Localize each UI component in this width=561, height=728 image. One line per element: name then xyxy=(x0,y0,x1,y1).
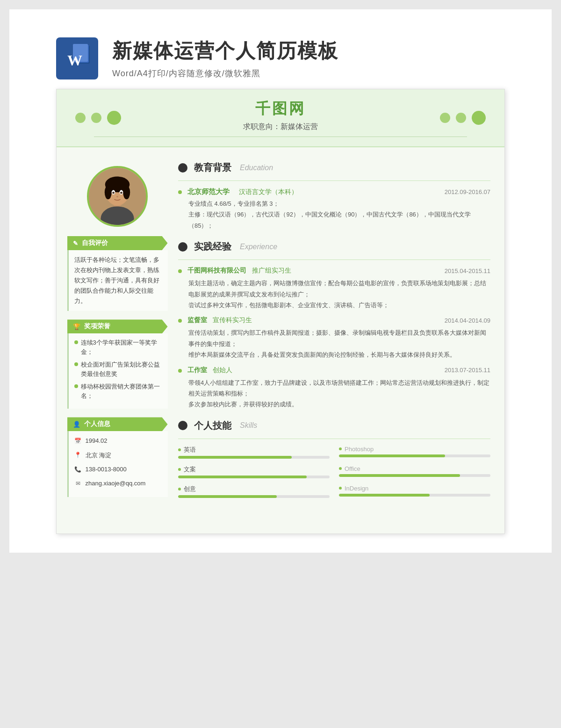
info-location: 📍 北京 海淀 xyxy=(74,450,162,461)
email-value: zhang.xiaoje@qq.com xyxy=(86,478,146,489)
skill-indesign-bar-bg xyxy=(339,494,490,497)
education-section-header: 教育背景 Education xyxy=(178,161,490,174)
skill-copy-bar-fill xyxy=(178,476,307,478)
edu-courses: 主修：现代汉语（96），古代汉语（92），中国文化概论（90），中国古代文学（8… xyxy=(187,209,490,231)
calendar-icon: 📅 xyxy=(74,436,82,446)
skill-office: Office xyxy=(339,465,490,478)
trophy-icon: 🏆 xyxy=(73,323,80,330)
resume-intent: 求职意向：新媒体运营 xyxy=(75,122,486,132)
exp-period-2: 2014.04-2014.09 xyxy=(445,317,490,324)
header-divider xyxy=(94,137,467,137)
sidebar-awards: 🏆 奖项荣誉 连续3个学年获国家一等奖学金； 校企面对面广告策划比赛公益类最佳创… xyxy=(67,319,168,409)
exp-desc2-3: 多次参加校内比赛，并获得较好的成绩。 xyxy=(187,399,490,410)
word-icon: W xyxy=(56,37,98,79)
skill-creative: 创意 xyxy=(178,485,330,498)
education-dot xyxy=(178,163,187,173)
personal-info-header: 👤 个人信息 xyxy=(67,417,168,431)
skill-english: 英语 xyxy=(178,446,330,459)
exp-body-1: 千图网科技有限公司 推广组实习生 2015.04-2015.11 策划主题活动，… xyxy=(187,267,490,310)
skill-english-dot xyxy=(178,448,181,451)
exp-company-2: 监督室 xyxy=(187,316,207,324)
dot-right-1 xyxy=(440,113,450,123)
edu-entry-body: 北京师范大学 汉语言文学（本科） 2012.09-2016.07 专业绩点 4.… xyxy=(187,187,490,231)
header-text-area: 新媒体运营个人简历模板 Word/A4打印/内容随意修改/微软雅黑 xyxy=(112,38,505,79)
skill-office-header: Office xyxy=(339,465,490,472)
experience-title-cn: 实践经验 xyxy=(194,240,231,253)
skill-office-bar-bg xyxy=(339,474,490,477)
skill-creative-bar-fill xyxy=(178,495,277,498)
avatar-svg xyxy=(89,168,146,225)
skill-office-name: Office xyxy=(345,465,360,472)
skill-creative-header: 创意 xyxy=(178,485,330,493)
resume-document: 千图网 求职意向：新媒体运营 xyxy=(56,89,505,534)
word-icon-svg: W xyxy=(61,42,94,75)
svg-point-17 xyxy=(116,196,118,197)
exp-body-2: 监督室 宣传科实习生 2014.04-2014.09 宣传活动策划，撰写内部工作… xyxy=(187,316,490,360)
dot-left-3 xyxy=(107,111,121,125)
experience-title-en: Experience xyxy=(240,243,277,251)
skills-section-header: 个人技能 Skills xyxy=(178,419,490,432)
skills-dot xyxy=(178,421,187,430)
education-title-en: Education xyxy=(240,164,273,172)
dot-left-1 xyxy=(75,113,86,123)
edu-school-major: 北京师范大学 汉语言文学（本科） xyxy=(187,187,298,196)
award-text-1: 连续3个学年获国家一等奖学金； xyxy=(81,338,162,356)
phone-icon: 📞 xyxy=(74,465,82,474)
resume-body: ✎ 自我评价 活跃于各种论坛；文笔流畅，多次在校内刊物上发表文章，熟练软文写作；… xyxy=(57,147,504,515)
self-eval-title: 自我评价 xyxy=(82,239,108,247)
skill-creative-name: 创意 xyxy=(184,485,196,493)
phone-value: 138-0013-8000 xyxy=(86,464,127,475)
skill-creative-bar-bg xyxy=(178,495,330,498)
edu-entry-header: 北京师范大学 汉语言文学（本科） 2012.09-2016.07 xyxy=(187,187,490,196)
avatar-figure xyxy=(89,168,146,225)
birthday-value: 1994.02 xyxy=(86,436,108,446)
experience-section-header: 实践经验 Experience xyxy=(178,240,490,253)
exp-dot-1 xyxy=(178,269,182,273)
skill-copy-bar-bg xyxy=(178,476,330,478)
skill-english-name: 英语 xyxy=(184,446,196,454)
award-item-3: 移动杯校园营销大赛团体第一名； xyxy=(74,382,162,400)
skill-copy: 文案 xyxy=(178,465,330,478)
exp-entry-2: 监督室 宣传科实习生 2014.04-2014.09 宣传活动策划，撰写内部工作… xyxy=(178,316,490,360)
award-dot-3 xyxy=(74,384,78,388)
skill-english-header: 英语 xyxy=(178,446,330,454)
skill-creative-dot xyxy=(178,488,181,490)
info-birthday: 📅 1994.02 xyxy=(74,436,162,446)
award-text-3: 移动杯校园营销大赛团体第一名； xyxy=(81,382,162,400)
exp-desc1-1: 策划主题活动，确定主题内容，网站微博微信宣传；配合每期公益电影的宣传，负责联系场… xyxy=(187,278,490,300)
sub-title: Word/A4打印/内容随意修改/微软雅黑 xyxy=(112,68,505,79)
exp-company-1: 千图网科技有限公司 xyxy=(187,267,246,275)
skill-office-dot xyxy=(339,467,342,470)
award-text-2: 校企面对面广告策划比赛公益类最佳创意奖 xyxy=(81,360,162,378)
skills-divider xyxy=(178,439,490,439)
page-container: W 新媒体运营个人简历模板 Word/A4打印/内容随意修改/微软雅黑 千图网 … xyxy=(9,9,552,553)
education-divider xyxy=(178,180,490,181)
dots-left xyxy=(75,111,121,125)
skill-copy-header: 文案 xyxy=(178,465,330,474)
svg-text:W: W xyxy=(67,52,82,69)
svg-point-11 xyxy=(105,185,112,199)
skills-grid: 英语 Photoshop xyxy=(178,446,490,498)
exp-header-1: 千图网科技有限公司 推广组实习生 2015.04-2015.11 xyxy=(187,267,490,275)
skill-english-bar-fill xyxy=(178,456,292,459)
personal-info-title: 个人信息 xyxy=(84,420,110,428)
exp-role-2: 宣传科实习生 xyxy=(213,316,252,324)
exp-entry-1: 千图网科技有限公司 推广组实习生 2015.04-2015.11 策划主题活动，… xyxy=(178,267,490,310)
edu-entry-dot xyxy=(178,190,182,194)
svg-point-16 xyxy=(120,192,122,194)
exp-desc1-2: 宣传活动策划，撰写内部工作稿件及新闻报道；摄影、摄像、录制编辑电视专题栏目及负责… xyxy=(187,327,490,349)
exp-entry-3: 工作室 创始人 2013.07-2015.11 带领4人小组组建了工作室，致力于… xyxy=(178,366,490,410)
info-email: ✉ zhang.xiaoje@qq.com xyxy=(74,478,162,489)
sidebar-self-eval: ✎ 自我评价 活跃于各种论坛；文笔流畅，多次在校内刊物上发表文章，熟练软文写作；… xyxy=(67,236,168,311)
dot-right-3 xyxy=(472,111,486,125)
experience-dot xyxy=(178,242,187,252)
skill-photoshop-name: Photoshop xyxy=(345,446,374,453)
skill-indesign-dot xyxy=(339,487,342,490)
skills-title-cn: 个人技能 xyxy=(194,419,231,432)
info-phone: 📞 138-0013-8000 xyxy=(74,464,162,475)
exp-dot-3 xyxy=(178,369,182,373)
exp-dot-2 xyxy=(178,319,182,323)
svg-point-12 xyxy=(123,185,130,199)
awards-content: 连续3个学年获国家一等奖学金； 校企面对面广告策划比赛公益类最佳创意奖 移动杯校… xyxy=(67,333,168,409)
skill-indesign-bar-fill xyxy=(339,494,430,497)
